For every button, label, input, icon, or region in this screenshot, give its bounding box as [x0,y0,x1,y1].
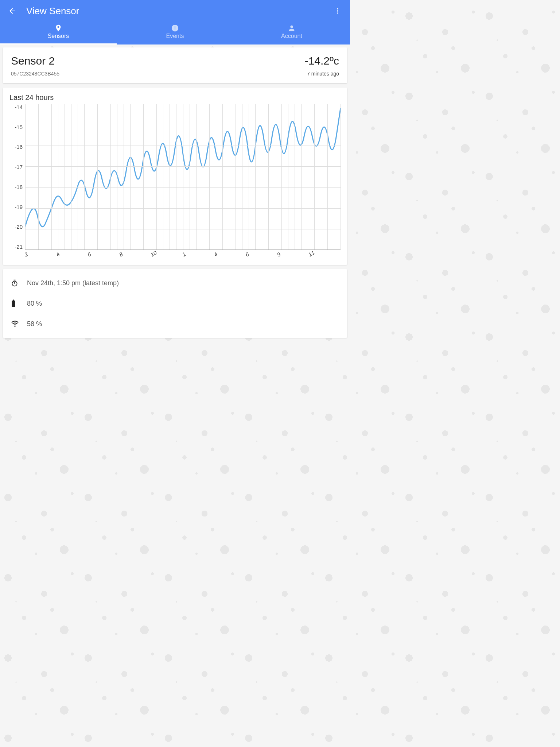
sensor-updated-time: 7 minutes ago [305,71,339,77]
more-vert-icon [334,7,341,15]
chart-title: Last 24 hours [9,93,341,102]
y-tick-label: -17 [9,164,25,170]
svg-point-0 [337,8,338,9]
tab-account[interactable]: Account [233,22,350,44]
battery-level: 80 % [27,300,42,307]
chart-y-axis: -14-15-16-17-18-19-20-21 [9,104,25,250]
sensor-id: 057C23248CC3B455 [11,71,59,77]
sensor-summary-card: Sensor 2 057C23248CC3B455 -14.2ºc 7 minu… [3,47,347,83]
arrow-left-icon [8,7,17,15]
status-card: Nov 24th, 1:50 pm (latest temp) 80 % 5 [3,269,347,338]
latest-reading-time: Nov 24th, 1:50 pm (latest temp) [27,279,119,287]
back-button[interactable] [7,5,18,17]
svg-point-2 [337,12,338,13]
y-tick-label: -14 [9,104,25,110]
svg-point-12 [14,326,15,327]
y-tick-label: -15 [9,124,25,130]
y-tick-label: -19 [9,204,25,210]
y-tick-label: -20 [9,224,25,230]
svg-rect-10 [12,301,15,307]
wifi-icon [11,321,19,327]
svg-point-1 [337,10,338,11]
tab-sensors[interactable]: Sensors [0,22,117,44]
chart-plot-area [25,104,341,250]
y-tick-label: -21 [9,244,25,250]
content-area: Sensor 2 057C23248CC3B455 -14.2ºc 7 minu… [0,44,350,345]
status-row-time: Nov 24th, 1:50 pm (latest temp) [11,273,339,293]
person-icon [288,24,296,32]
top-bar: View Sensor [0,0,350,22]
battery-icon [11,299,16,307]
stopwatch-icon [11,279,18,287]
tab-label: Sensors [0,33,117,39]
tab-events[interactable]: Events [117,22,233,44]
tab-label: Events [117,33,233,39]
svg-rect-11 [13,300,14,301]
overflow-menu-button[interactable] [332,5,343,17]
status-row-signal: 58 % [11,314,339,334]
svg-rect-8 [14,280,16,280]
tab-label: Account [233,33,350,39]
status-row-battery: 80 % [11,293,339,314]
signal-strength: 58 % [27,320,42,328]
chart-x-axis: 246810146911 [25,252,341,258]
page-title: View Sensor [26,5,79,17]
svg-point-6 [290,26,293,28]
sensor-name: Sensor 2 [11,55,59,67]
sensor-temperature: -14.2ºc [305,55,339,67]
svg-rect-4 [175,26,175,29]
tab-bar: Sensors Events Account [0,22,350,44]
app-header: View Sensor Sensors Events [0,0,350,44]
y-tick-label: -16 [9,144,25,150]
y-tick-label: -18 [9,184,25,190]
location-pin-icon [54,24,62,32]
alert-circle-icon [171,24,179,32]
chart-card: Last 24 hours -14-15-16-17-18-19-20-21 2… [3,88,347,265]
svg-rect-5 [175,30,175,30]
